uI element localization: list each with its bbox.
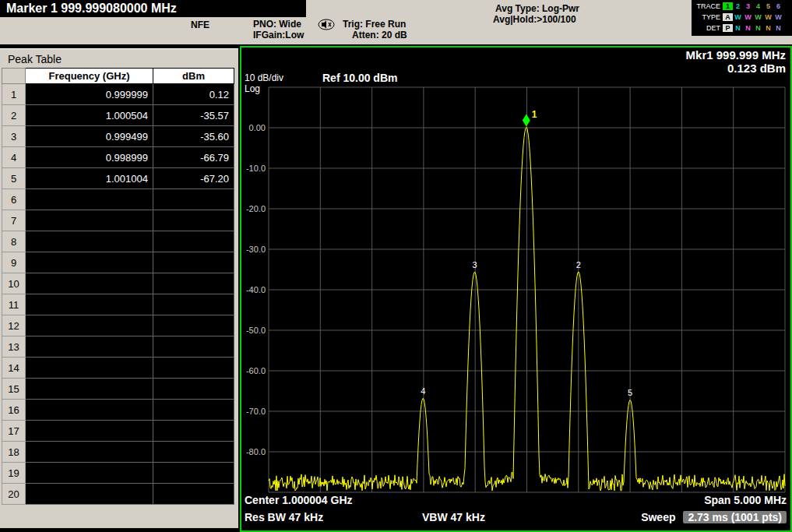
- freq-cell: [26, 358, 153, 379]
- table-row[interactable]: 10.9999990.12: [2, 84, 234, 105]
- trace-cell[interactable]: W: [753, 13, 763, 21]
- table-row[interactable]: 12: [2, 315, 234, 336]
- avg-hold-label[interactable]: Avg|Hold:>100/100: [493, 14, 576, 25]
- freq-cell: [26, 252, 153, 273]
- row-number: 12: [2, 315, 26, 336]
- trigger-label[interactable]: Trig: Free Run: [343, 19, 406, 30]
- trace-cell[interactable]: 5: [763, 2, 773, 10]
- y-axis-label: -80.0: [246, 447, 266, 456]
- trace-cell[interactable]: N: [763, 24, 773, 32]
- freq-cell: [26, 379, 153, 400]
- table-row[interactable]: 17: [2, 421, 234, 442]
- table-row[interactable]: 8: [2, 231, 234, 252]
- trace-status-row: TYPEAWWWWW: [693, 12, 790, 23]
- row-number: 17: [2, 421, 26, 442]
- row-number: 13: [2, 336, 26, 358]
- avg-type-label[interactable]: Avg Type: Log-Pwr: [495, 3, 579, 14]
- pno-label[interactable]: PNO: Wide: [253, 19, 301, 30]
- row-number: 20: [2, 484, 26, 505]
- trace-cell[interactable]: 3: [743, 2, 753, 10]
- res-bw: Res BW 47 kHz: [245, 511, 323, 523]
- row-number: 6: [2, 189, 26, 210]
- peak-table-body: 10.9999990.1221.000504-35.5730.999499-35…: [2, 84, 234, 505]
- dbm-cell: [153, 252, 234, 273]
- table-row[interactable]: 18: [2, 442, 234, 463]
- corner-cell: [2, 69, 26, 84]
- table-row[interactable]: 20: [2, 484, 234, 505]
- trace-cell[interactable]: 1: [723, 2, 733, 10]
- table-row[interactable]: 51.001004-67.20: [2, 168, 234, 189]
- row-number: 8: [2, 231, 26, 252]
- row-number: 5: [2, 168, 26, 189]
- peak-table: Frequency (GHz) dBm 10.9999990.1221.0005…: [2, 68, 234, 505]
- trace-cell[interactable]: N: [733, 24, 743, 32]
- freq-cell: [26, 294, 153, 315]
- sweep-value[interactable]: 2.73 ms (1001 pts): [683, 511, 787, 523]
- trace-cell[interactable]: W: [763, 13, 773, 21]
- marker-readout-freq: Mkr1 999.999 MHz: [686, 48, 786, 62]
- freq-cell: 1.001004: [26, 168, 153, 189]
- dbm-cell: [153, 400, 234, 421]
- trace-cell[interactable]: W: [773, 13, 783, 21]
- table-row[interactable]: 40.998999-66.79: [2, 147, 234, 168]
- sweep-group: Sweep 2.73 ms (1001 pts): [641, 511, 787, 523]
- speaker-mute-icon[interactable]: [318, 19, 336, 31]
- dbm-column-header: dBm: [153, 69, 234, 84]
- table-row[interactable]: 6: [2, 189, 234, 210]
- trace-row-label: DET: [693, 24, 723, 32]
- spectrum-display[interactable]: 0.00-10.0-20.0-30.0-40.0-50.0-60.0-70.0-…: [240, 46, 792, 532]
- table-row[interactable]: 9: [2, 252, 234, 273]
- dbm-cell: 0.12: [153, 84, 234, 105]
- table-row[interactable]: 30.999499-35.60: [2, 126, 234, 147]
- dbm-cell: [153, 442, 234, 463]
- freq-cell: [26, 336, 153, 358]
- y-axis-label: -70.0: [246, 407, 266, 416]
- row-number: 1: [2, 84, 26, 105]
- dbm-cell: [153, 336, 234, 358]
- table-row[interactable]: 16: [2, 400, 234, 421]
- trace-cell[interactable]: N: [743, 24, 753, 32]
- freq-cell: [26, 273, 153, 294]
- trace-cell[interactable]: N: [773, 24, 783, 32]
- dbm-cell: [153, 379, 234, 400]
- trace-cell[interactable]: W: [743, 13, 753, 21]
- row-number: 18: [2, 442, 26, 463]
- atten-label[interactable]: Atten: 20 dB: [352, 30, 407, 41]
- y-axis-label: -50.0: [246, 326, 266, 335]
- scale-per-div: 10 dB/div: [245, 72, 283, 83]
- trace-cell[interactable]: W: [733, 13, 743, 21]
- marker-diamond[interactable]: [523, 114, 530, 126]
- nfe-label[interactable]: NFE: [191, 19, 209, 30]
- freq-cell: [26, 442, 153, 463]
- analyzer-screen: Marker 1 999.999080000 MHz NFE PNO: Wide…: [0, 0, 792, 532]
- trace-cell[interactable]: 6: [773, 2, 783, 10]
- table-row[interactable]: 7: [2, 210, 234, 231]
- dbm-cell: [153, 421, 234, 442]
- trace-cell[interactable]: A: [723, 13, 733, 21]
- freq-column-header: Frequency (GHz): [26, 69, 153, 84]
- trace-cell[interactable]: 4: [753, 2, 763, 10]
- table-row[interactable]: 13: [2, 336, 234, 358]
- trace-cell[interactable]: N: [753, 24, 763, 32]
- freq-cell: [26, 210, 153, 231]
- table-row[interactable]: 15: [2, 379, 234, 400]
- freq-cell: [26, 400, 153, 421]
- y-axis-label: -10.0: [246, 164, 266, 173]
- center-freq: Center 1.000004 GHz: [245, 494, 353, 506]
- trace-cell[interactable]: 2: [733, 2, 743, 10]
- row-number: 3: [2, 126, 26, 147]
- table-row[interactable]: 14: [2, 358, 234, 379]
- row-number: 11: [2, 294, 26, 315]
- ifgain-label[interactable]: IFGain:Low: [253, 30, 304, 41]
- table-row[interactable]: 21.000504-35.57: [2, 105, 234, 126]
- table-row[interactable]: 10: [2, 273, 234, 294]
- trace-cell[interactable]: P: [723, 24, 733, 32]
- table-row[interactable]: 11: [2, 294, 234, 315]
- trace-status-block[interactable]: TRACE123456TYPEAWWWWWDETPNNNNN: [692, 0, 792, 36]
- peak-table-title: Peak Table: [0, 49, 238, 68]
- peak-number: 3: [473, 260, 477, 270]
- table-row[interactable]: 19: [2, 463, 234, 484]
- y-axis-label: -60.0: [246, 366, 266, 375]
- freq-cell: [26, 189, 153, 210]
- y-axis-label: -20.0: [246, 204, 266, 213]
